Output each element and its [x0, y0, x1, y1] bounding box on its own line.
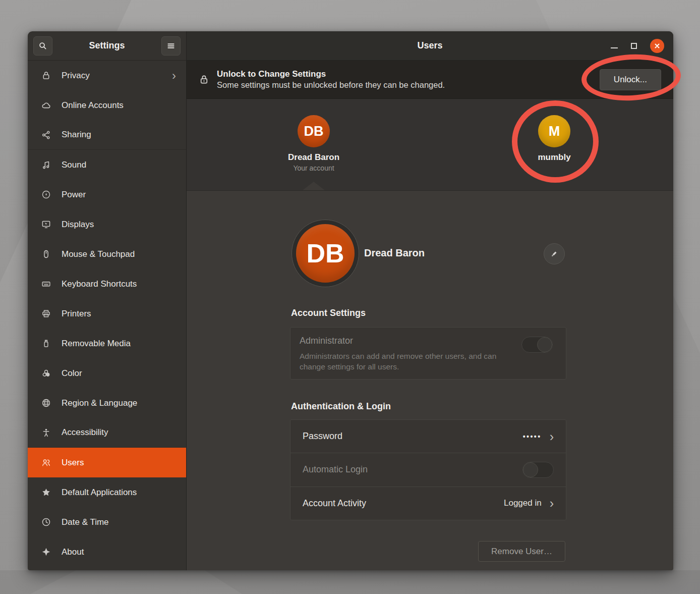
lock-icon [41, 71, 51, 80]
sidebar-item-displays[interactable]: Displays [28, 209, 186, 239]
administrator-toggle[interactable] [521, 337, 553, 353]
selected-user-notch [303, 182, 325, 190]
hamburger-icon [166, 41, 176, 50]
sidebar-item-label: Displays [62, 220, 94, 230]
sidebar-item-color[interactable]: Color [28, 358, 186, 388]
sidebar-item-removable-media[interactable]: Removable Media [28, 329, 186, 358]
sidebar-item-label: Region & Language [62, 398, 137, 408]
avatar: M [538, 115, 570, 147]
user-subtitle: Your account [281, 164, 346, 172]
administrator-card: Administrator Administrators can add and… [290, 327, 566, 380]
user-carousel: DB Dread Baron Your account M mumbly [187, 99, 673, 191]
mouse-icon [41, 249, 51, 259]
unlock-button[interactable]: Unlock... [600, 69, 661, 90]
avatar[interactable]: DB [296, 224, 355, 283]
sidebar-item-keyboard-shortcuts[interactable]: Keyboard Shortcuts [28, 269, 186, 299]
sidebar-item-privacy[interactable]: Privacy › [28, 61, 186, 90]
user-card-mumbly[interactable]: M mumbly [521, 115, 587, 163]
sidebar-item-label: Power [62, 190, 86, 200]
monitor-icon [41, 220, 51, 229]
page-title: Users [417, 40, 442, 51]
globe-icon [41, 398, 51, 408]
sidebar-item-default-applications[interactable]: Default Applications [28, 477, 186, 507]
sidebar-item-label: Privacy [62, 71, 90, 81]
edit-name-button[interactable] [544, 243, 565, 264]
sidebar-item-accessibility[interactable]: Accessibility [28, 418, 186, 448]
titlebar: Users [187, 31, 673, 61]
toggle-knob [537, 337, 552, 352]
sidebar-item-users[interactable]: Users [28, 448, 186, 477]
menu-button[interactable] [161, 36, 181, 56]
star-icon [41, 488, 51, 497]
sidebar-item-label: Users [62, 458, 84, 468]
authentication-card: Password ••••• › Automatic Login Account… [290, 419, 566, 520]
row-label: Automatic Login [303, 464, 368, 475]
toggle-knob [523, 462, 538, 477]
password-dots: ••••• [523, 433, 542, 441]
settings-window: Settings Privacy › Online Accounts Shari… [28, 31, 673, 570]
sidebar-item-online-accounts[interactable]: Online Accounts [28, 90, 186, 120]
chevron-right-icon: › [172, 70, 176, 82]
user-name: Dread Baron [281, 152, 346, 163]
printer-icon [41, 309, 51, 318]
sidebar-title: Settings [52, 40, 161, 51]
pencil-icon [550, 250, 558, 258]
automatic-login-toggle[interactable] [522, 462, 554, 478]
sidebar-item-label: About [62, 547, 84, 557]
sidebar-item-mouse-touchpad[interactable]: Mouse & Touchpad [28, 239, 186, 269]
keyboard-icon [41, 279, 51, 289]
user-card-dread-baron[interactable]: DB Dread Baron Your account [281, 115, 346, 172]
power-bolt-icon [41, 190, 51, 199]
authentication-heading: Authentication & Login [291, 401, 391, 412]
sidebar-item-power[interactable]: Power [28, 180, 186, 209]
maximize-button[interactable] [631, 43, 637, 49]
sidebar-item-label: Date & Time [62, 517, 109, 527]
close-button[interactable] [650, 39, 664, 53]
row-label: Password [303, 431, 342, 442]
user-name: mumbly [521, 152, 587, 163]
chevron-right-icon: › [550, 498, 554, 508]
accessibility-icon [41, 428, 51, 438]
sidebar: Settings Privacy › Online Accounts Shari… [28, 31, 187, 570]
password-row[interactable]: Password ••••• › [290, 420, 566, 453]
minimize-button[interactable] [611, 47, 618, 48]
banner-text: Unlock to Change Settings Some settings … [217, 69, 445, 91]
administrator-label: Administrator [300, 336, 554, 346]
sidebar-item-label: Mouse & Touchpad [62, 249, 135, 259]
account-settings-heading: Account Settings [291, 308, 366, 318]
banner-subtitle: Some settings must be unlocked before th… [217, 80, 445, 90]
search-button[interactable] [33, 36, 52, 56]
sidebar-item-label: Printers [62, 309, 91, 319]
administrator-description: Administrators can add and remove other … [300, 351, 511, 372]
account-activity-row[interactable]: Account Activity Logged in › [290, 487, 566, 520]
sidebar-item-date-time[interactable]: Date & Time [28, 507, 186, 537]
sidebar-header: Settings [28, 31, 186, 61]
sidebar-item-label: Default Applications [62, 488, 137, 498]
main-panel: Users Unlock to Change Settings Some set… [187, 31, 673, 570]
sidebar-item-region-language[interactable]: Region & Language [28, 388, 186, 418]
unlock-banner: Unlock to Change Settings Some settings … [187, 61, 673, 99]
sidebar-item-printers[interactable]: Printers [28, 299, 186, 329]
close-icon [654, 43, 660, 49]
lock-icon [199, 74, 209, 85]
desktop-facet [0, 570, 700, 594]
window-controls [611, 31, 664, 61]
sidebar-item-label: Keyboard Shortcuts [62, 279, 137, 289]
share-icon [41, 130, 51, 140]
sparkle-icon [41, 547, 51, 557]
sidebar-item-label: Color [62, 368, 82, 379]
avatar-ring: DB [291, 220, 359, 287]
remove-user-button[interactable]: Remove User… [478, 541, 565, 562]
sidebar-item-sharing[interactable]: Sharing [28, 120, 186, 150]
sidebar-item-label: Sharing [62, 130, 91, 140]
flash-drive-icon [41, 339, 51, 348]
automatic-login-row: Automatic Login [290, 453, 566, 486]
row-label: Account Activity [303, 498, 366, 509]
sidebar-nav: Privacy › Online Accounts Sharing Sound … [28, 61, 186, 570]
sidebar-item-about[interactable]: About [28, 537, 186, 567]
avatar: DB [298, 115, 330, 147]
sidebar-item-label: Sound [62, 160, 86, 170]
users-icon [41, 458, 51, 467]
sidebar-item-sound[interactable]: Sound [28, 150, 186, 180]
banner-title: Unlock to Change Settings [217, 69, 445, 80]
